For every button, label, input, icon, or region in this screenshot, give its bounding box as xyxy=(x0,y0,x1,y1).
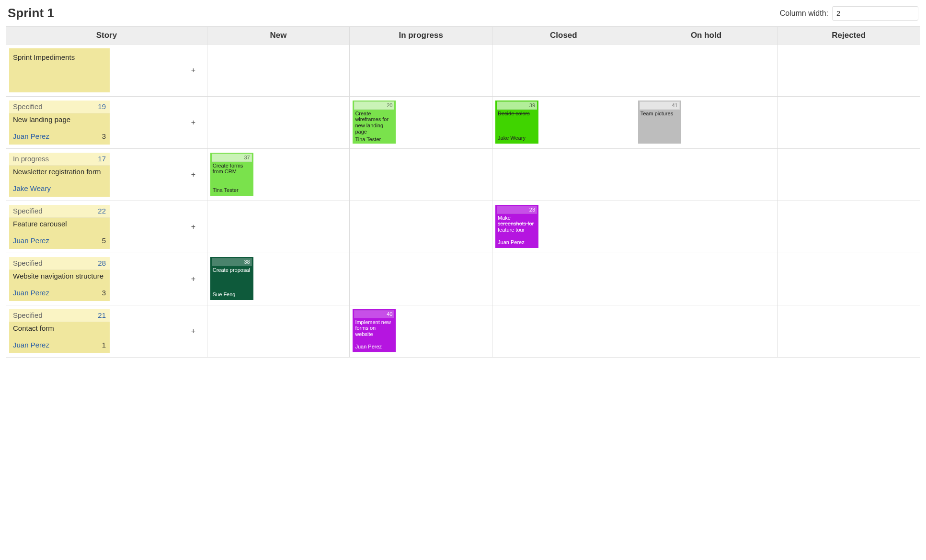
story-card[interactable]: Specified22Feature carouselJuan Perez5 xyxy=(9,205,110,249)
stage-cell-in_progress[interactable] xyxy=(350,149,492,201)
column-header-rejected: Rejected xyxy=(777,27,920,45)
task-title: Team pictures xyxy=(640,111,679,117)
task-card[interactable]: 23Make screenshots for feature tourJuan … xyxy=(495,205,538,248)
stage-cell-in_progress[interactable]: 40Implement new forms on websiteJuan Per… xyxy=(350,305,492,358)
stage-cell-rejected[interactable] xyxy=(777,201,920,253)
task-card[interactable]: 39Decide colorsJake Weary xyxy=(495,101,538,144)
stage-cell-on_hold[interactable]: 41Team pictures xyxy=(635,97,777,149)
stage-cell-on_hold[interactable] xyxy=(635,149,777,201)
story-id[interactable]: 17 xyxy=(98,155,106,163)
task-owner: Jake Weary xyxy=(498,135,536,141)
stage-cell-new[interactable] xyxy=(207,305,350,358)
task-owner: Juan Perez xyxy=(498,239,536,246)
task-title: Decide colors xyxy=(498,111,536,117)
story-status: Specified xyxy=(13,207,43,215)
story-status: In progress xyxy=(13,155,49,163)
stage-cell-on_hold[interactable] xyxy=(635,305,777,358)
add-task-button[interactable]: + xyxy=(183,66,204,75)
stage-cell-new[interactable] xyxy=(207,45,350,97)
stage-cell-in_progress[interactable]: 20Create wireframes for new landing page… xyxy=(350,97,492,149)
story-title: Website navigation structure xyxy=(13,272,106,280)
add-task-button[interactable]: + xyxy=(183,327,204,336)
task-owner: Tina Tester xyxy=(213,187,251,193)
stage-cell-in_progress[interactable] xyxy=(350,201,492,253)
task-id: 23 xyxy=(497,206,537,214)
page-title: Sprint 1 xyxy=(8,6,54,21)
story-points: 5 xyxy=(102,236,106,245)
stage-cell-new[interactable]: 38Create proposalSue Feng xyxy=(207,253,350,305)
story-id[interactable]: 21 xyxy=(98,311,106,320)
story-id[interactable]: 28 xyxy=(98,259,106,268)
task-card[interactable]: 40Implement new forms on websiteJuan Per… xyxy=(353,309,396,352)
stage-cell-in_progress[interactable] xyxy=(350,45,492,97)
task-card[interactable]: 37Create forms from CRMTina Tester xyxy=(210,153,253,196)
story-title: New landing page xyxy=(13,115,106,124)
story-status: Specified xyxy=(13,311,43,320)
stage-cell-on_hold[interactable] xyxy=(635,253,777,305)
column-width-control: Column width: xyxy=(780,6,918,21)
story-points: 3 xyxy=(102,289,106,297)
stage-cell-closed[interactable] xyxy=(492,305,635,358)
story-owner[interactable]: Juan Perez xyxy=(13,132,49,141)
story-owner[interactable]: Jake Weary xyxy=(13,184,51,193)
story-title: Newsletter registration form xyxy=(13,168,106,176)
task-owner: Sue Feng xyxy=(213,291,251,298)
stage-cell-closed[interactable]: 39Decide colorsJake Weary xyxy=(492,97,635,149)
story-points: 1 xyxy=(102,341,106,349)
column-header-closed: Closed xyxy=(492,27,635,45)
stage-cell-rejected[interactable] xyxy=(777,97,920,149)
task-card[interactable]: 38Create proposalSue Feng xyxy=(210,257,253,300)
stage-cell-on_hold[interactable] xyxy=(635,201,777,253)
task-id: 39 xyxy=(497,101,537,110)
task-id: 20 xyxy=(354,101,394,110)
stage-cell-rejected[interactable] xyxy=(777,253,920,305)
stage-cell-on_hold[interactable] xyxy=(635,45,777,97)
story-owner[interactable]: Juan Perez xyxy=(13,236,49,245)
story-card[interactable]: Specified21Contact formJuan Perez1 xyxy=(9,309,110,353)
add-task-button[interactable]: + xyxy=(183,223,204,231)
story-card[interactable]: Specified19New landing pageJuan Perez3 xyxy=(9,101,110,145)
stage-cell-closed[interactable]: 23Make screenshots for feature tourJuan … xyxy=(492,201,635,253)
impediments-card[interactable]: Sprint Impediments xyxy=(9,48,110,92)
stage-cell-new[interactable]: 37Create forms from CRMTina Tester xyxy=(207,149,350,201)
column-header-new: New xyxy=(207,27,350,45)
task-id: 38 xyxy=(212,258,252,266)
stage-cell-rejected[interactable] xyxy=(777,305,920,358)
task-owner: Tina Tester xyxy=(355,136,393,143)
task-id: 41 xyxy=(640,101,680,110)
add-task-button[interactable]: + xyxy=(183,170,204,179)
task-card[interactable]: 20Create wireframes for new landing page… xyxy=(353,101,396,144)
column-header-on-hold: On hold xyxy=(635,27,777,45)
stage-cell-rejected[interactable] xyxy=(777,149,920,201)
column-width-label: Column width: xyxy=(780,9,828,18)
task-card[interactable]: 41Team pictures xyxy=(638,101,681,144)
story-card[interactable]: Specified28Website navigation structureJ… xyxy=(9,257,110,301)
add-task-button[interactable]: + xyxy=(183,118,204,127)
story-owner[interactable]: Juan Perez xyxy=(13,341,49,349)
story-status: Specified xyxy=(13,102,43,111)
story-card[interactable]: In progress17Newsletter registration for… xyxy=(9,153,110,197)
story-title: Sprint Impediments xyxy=(13,53,106,62)
story-id[interactable]: 22 xyxy=(98,207,106,215)
add-task-button[interactable]: + xyxy=(183,275,204,283)
stage-cell-new[interactable] xyxy=(207,201,350,253)
task-id: 37 xyxy=(212,154,252,162)
stage-cell-new[interactable] xyxy=(207,97,350,149)
task-id: 40 xyxy=(354,310,394,318)
task-owner: Juan Perez xyxy=(355,344,393,350)
story-title: Feature carousel xyxy=(13,220,106,228)
stage-cell-rejected[interactable] xyxy=(777,45,920,97)
story-status: Specified xyxy=(13,259,43,268)
task-title: Implement new forms on website xyxy=(355,319,393,337)
stage-cell-in_progress[interactable] xyxy=(350,253,492,305)
stage-cell-closed[interactable] xyxy=(492,45,635,97)
story-points: 3 xyxy=(102,132,106,141)
task-title: Create proposal xyxy=(213,267,251,273)
column-width-input[interactable] xyxy=(832,6,918,21)
story-owner[interactable]: Juan Perez xyxy=(13,289,49,297)
stage-cell-closed[interactable] xyxy=(492,253,635,305)
stage-cell-closed[interactable] xyxy=(492,149,635,201)
column-header-in-progress: In progress xyxy=(350,27,492,45)
task-title: Make screenshots for feature tour xyxy=(498,215,536,233)
story-id[interactable]: 19 xyxy=(98,102,106,111)
